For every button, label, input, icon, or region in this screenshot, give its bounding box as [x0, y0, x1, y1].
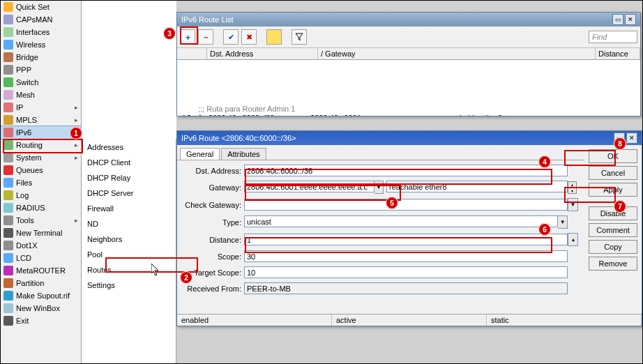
main-menu-item[interactable]: Wireless [1, 38, 81, 51]
disable-button[interactable]: ✖ [241, 29, 257, 45]
comment-button[interactable] [266, 29, 282, 45]
route-comment: ;;; Ruta para Router Admin 1 [177, 103, 640, 113]
add-button[interactable]: ＋ [180, 29, 195, 45]
main-menu-item[interactable]: Queues [1, 164, 81, 176]
main-menu-item[interactable]: New WinBox [1, 302, 81, 314]
check-gateway-label: Check Gateway: [181, 201, 244, 209]
comment-button[interactable]: Comment [589, 223, 637, 237]
target-scope-input[interactable] [244, 266, 568, 278]
main-menu-item[interactable]: Make Supout.rif [1, 289, 81, 302]
main-menu-item[interactable]: Log [1, 189, 81, 202]
submenu-arrow-icon: ▸ [75, 217, 78, 224]
submenu-item[interactable]: Settings [82, 280, 176, 295]
route-row[interactable]: AS 2806:40c:6000::/36 2806:40c:6001:eeee… [177, 113, 640, 116]
apply-button[interactable]: Apply [589, 183, 637, 197]
remove-button[interactable]: Remove [589, 257, 637, 271]
type-dropdown-icon[interactable]: ▼ [558, 215, 568, 229]
main-menu-item[interactable]: MPLS▸ [1, 114, 81, 126]
toolbar: ＋ － ✔ ✖ Find [177, 26, 640, 48]
distance-label: Distance: [181, 236, 244, 244]
enable-button[interactable]: ✔ [223, 29, 239, 45]
main-menu-item[interactable]: IP▸ [1, 101, 81, 114]
main-menu-item[interactable]: MetaROUTER [1, 264, 81, 277]
menu-label: Make Supout.rif [16, 291, 70, 300]
status-static: static [487, 314, 642, 326]
menu-icon [3, 291, 13, 301]
main-menu-item[interactable]: Tools▸ [1, 214, 81, 227]
find-input[interactable]: Find [589, 31, 637, 43]
main-menu-item[interactable]: Bridge [1, 51, 81, 63]
menu-label: Mesh [16, 91, 35, 99]
gateway-stepper[interactable]: ▴▾ [568, 181, 577, 193]
window-close-icon[interactable]: ✕ [625, 14, 636, 25]
tab-general[interactable]: General [180, 148, 220, 160]
main-menu-item[interactable]: Partition [1, 277, 81, 289]
main-menu-item[interactable]: Quick Set [1, 1, 81, 13]
submenu-item[interactable]: Addresses [82, 142, 176, 157]
menu-icon [3, 241, 13, 250]
submenu-item[interactable]: ND [82, 218, 176, 234]
submenu-item[interactable]: DHCP Relay [82, 172, 176, 188]
submenu-item[interactable]: Routes [82, 264, 176, 280]
route-list-window: IPv6 Route List ▭ ✕ ＋ － ✔ ✖ Find [176, 12, 641, 116]
submenu-arrow-icon: ▸ [75, 154, 78, 161]
distance-expand-icon[interactable]: ▴ [568, 233, 578, 246]
remove-button[interactable]: － [198, 29, 213, 45]
main-menu-item[interactable]: PPP [1, 63, 81, 76]
scope-input[interactable] [244, 250, 568, 262]
main-menu-item[interactable]: LCD [1, 252, 81, 264]
tab-attributes[interactable]: Attributes [221, 148, 266, 160]
main-menu-item[interactable]: Mesh [1, 89, 81, 101]
menu-label: MPLS [16, 116, 37, 124]
badge-4: 4 [538, 156, 551, 168]
menu-label: Exit [16, 317, 29, 325]
window-title: IPv6 Route <2806:40c:6000::/36> [181, 134, 296, 142]
submenu-item[interactable]: Neighbors [82, 234, 176, 249]
check-gateway-input[interactable] [244, 199, 568, 211]
ok-button[interactable]: OK [589, 149, 637, 163]
distance-input[interactable] [244, 234, 568, 245]
type-label: Type: [181, 218, 244, 227]
menu-icon [3, 266, 13, 275]
main-menu-item[interactable]: RADIUS [1, 202, 81, 214]
copy-button[interactable]: Copy [589, 240, 637, 254]
window-titlebar[interactable]: IPv6 Route List ▭ ✕ [177, 13, 640, 26]
dst-label: Dst. Address: [181, 167, 244, 175]
submenu-item[interactable]: Firewall [82, 203, 176, 218]
col-gw[interactable]: / Gateway [318, 48, 596, 59]
menu-icon [3, 303, 13, 313]
cancel-button[interactable]: Cancel [589, 166, 637, 180]
window-min-icon[interactable]: ▭ [612, 14, 623, 25]
menu-icon [3, 316, 13, 326]
type-input[interactable] [244, 215, 558, 227]
check-gateway-dropdown-icon[interactable]: ▼ [568, 198, 578, 211]
menu-label: Quick Set [16, 3, 50, 11]
menu-icon [3, 278, 13, 288]
main-menu-item[interactable]: Files [1, 176, 81, 189]
col-dist[interactable]: Distance [596, 48, 640, 59]
col-dst[interactable]: Dst. Address [207, 48, 318, 59]
main-menu-item[interactable]: Routing▸ [1, 139, 81, 151]
submenu-item[interactable]: DHCP Client [82, 157, 176, 172]
submenu-item[interactable]: DHCP Server [82, 188, 176, 203]
main-menu-item[interactable]: Exit [1, 314, 81, 327]
main-menu-item[interactable]: Switch [1, 76, 81, 89]
main-menu-item[interactable]: Interfaces [1, 26, 81, 38]
menu-label: Queues [16, 166, 43, 174]
route-detail-titlebar[interactable]: IPv6 Route <2806:40c:6000::/36> ▭ ✕ [177, 131, 642, 145]
menu-label: Bridge [16, 53, 38, 61]
gateway-input[interactable] [244, 181, 375, 192]
submenu-item[interactable]: Pool [82, 249, 176, 264]
main-menu-item[interactable]: CAPsMAN [1, 13, 81, 26]
disable-button[interactable]: Disable [589, 206, 637, 220]
main-menu-item[interactable]: New Terminal [1, 227, 81, 239]
filter-button[interactable] [292, 29, 307, 45]
gateway-dropdown-icon[interactable]: ▼ [375, 181, 384, 194]
grid-body[interactable]: ;;; Ruta para Router Admin 1 AS 2806:40c… [177, 60, 640, 116]
badge-6: 6 [538, 223, 551, 236]
main-menu-item[interactable]: Dot1X [1, 239, 81, 252]
tabs: General Attributes [177, 145, 584, 160]
main-menu-item[interactable]: System▸ [1, 151, 81, 164]
dst-address-input[interactable] [244, 165, 568, 176]
window-close-icon[interactable]: ✕ [626, 132, 637, 144]
